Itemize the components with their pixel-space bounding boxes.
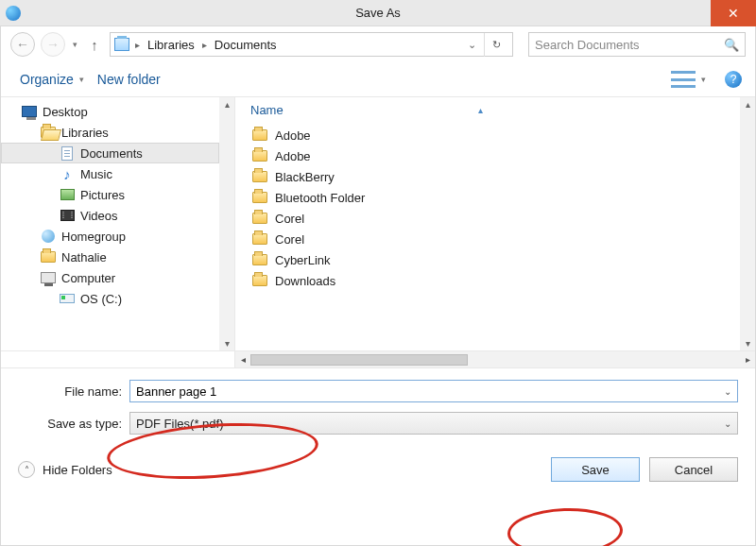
breadcrumb-libraries[interactable]: Libraries [146,38,197,52]
tree-desktop[interactable]: Desktop [1,101,234,122]
chevron-down-icon[interactable]: ⌄ [724,418,731,429]
videos-icon [60,208,75,223]
scroll-up-icon: ▴ [746,99,750,110]
help-icon: ? [730,73,737,86]
organize-menu[interactable]: Organize ▾ [14,69,92,90]
tree-libraries[interactable]: Libraries [1,122,234,143]
list-item-label: Adobe [275,128,311,143]
save-button[interactable]: Save [551,457,640,482]
search-placeholder: Search Documents [535,38,640,52]
column-label: Name [250,103,284,117]
scroll-right-icon: ▸ [740,351,755,367]
cancel-button[interactable]: Cancel [649,457,738,482]
tree-label: Libraries [61,126,109,140]
up-button[interactable]: ↑ [85,35,104,54]
folder-icon [252,231,267,247]
breadcrumb-documents[interactable]: Documents [213,38,279,52]
tree-scrollbar[interactable]: ▴▾ [219,97,234,350]
chevron-right-icon: ▸ [133,40,142,50]
list-item-label: Corel [275,212,304,226]
search-input[interactable]: Search Documents 🔍 [528,32,746,57]
list-item[interactable]: Corel [249,208,755,229]
list-item-label: Corel [275,232,304,247]
hscroll-area: ◂ ▸ [1,351,755,368]
tree-videos[interactable]: Videos [1,205,234,226]
organize-label: Organize [20,72,74,87]
savetype-combo[interactable]: PDF Files(*.pdf) ⌄ [129,412,738,435]
address-bar[interactable]: ▸ Libraries ▸ Documents ⌄ ↻ [110,32,513,57]
chevron-down-icon: ▾ [77,75,86,84]
list-item[interactable]: Adobe [249,145,755,166]
folder-icon [252,190,267,205]
list-item[interactable]: Bluetooth Folder [249,187,755,208]
filename-input[interactable]: Banner page 1 ⌄ [129,380,738,402]
tree-label: OS (C:) [80,292,122,306]
tree-drive-c[interactable]: OS (C:) [1,288,234,309]
file-list: Name ▴ AdobeAdobeBlackBerryBluetooth Fol… [235,97,755,350]
list-item[interactable]: Adobe [249,125,755,145]
list-item-label: Bluetooth Folder [275,191,365,205]
savetype-label: Save as type: [18,417,129,431]
list-item-label: CyberLink [275,253,331,267]
hide-folders-button[interactable]: ˄ Hide Folders [18,461,112,478]
folder-icon [252,273,267,288]
savetype-value: PDF Files(*.pdf) [136,417,223,431]
folder-icon [252,252,267,267]
help-button[interactable]: ? [725,71,742,88]
new-folder-button[interactable]: New folder [92,69,166,90]
refresh-button[interactable]: ↻ [484,33,508,57]
list-item[interactable]: Corel [249,229,755,249]
chevron-up-icon: ˄ [18,461,35,478]
chevron-down-icon[interactable]: ⌄ [724,386,731,397]
footer: ˄ Hide Folders Save Cancel [1,448,755,491]
tree-documents[interactable]: Documents [1,143,219,163]
tree-pictures[interactable]: Pictures [1,184,234,205]
chevron-down-icon[interactable]: ⌄ [468,39,476,51]
tree-label: Nathalie [61,250,107,264]
list-scrollbar[interactable]: ▴▾ [740,97,755,350]
tree-music[interactable]: ♪Music [1,163,234,184]
tree-label: Music [80,167,112,181]
scroll-down-icon: ▾ [225,338,230,349]
list-item[interactable]: Downloads [249,270,755,291]
scroll-up-icon: ▴ [225,99,230,110]
tree-homegroup[interactable]: Homegroup [1,226,234,247]
folder-icon [252,148,267,163]
tree-label: Videos [80,209,118,223]
scroll-left-icon: ◂ [235,351,250,367]
new-folder-label: New folder [97,72,161,87]
view-options[interactable]: ▾ [665,68,713,91]
nav-bar: ← → ▾ ↑ ▸ Libraries ▸ Documents ⌄ ↻ Sear… [1,26,755,62]
music-icon: ♪ [60,166,75,181]
list-item-label: Downloads [275,274,335,288]
back-button[interactable]: ← [10,32,35,57]
filename-label: File name: [18,384,129,399]
list-hscrollbar[interactable]: ◂ ▸ [235,351,755,367]
tree-label: Pictures [80,188,125,202]
arrow-right-icon: → [46,37,60,52]
hide-folders-label: Hide Folders [43,463,112,477]
chevron-down-icon: ▾ [699,75,708,84]
folder-icon [41,249,56,264]
library-icon [114,37,129,52]
tree-label: Computer [61,271,115,285]
scroll-thumb[interactable] [250,354,468,366]
nav-tree: Desktop Libraries Documents ♪Music Pictu… [1,97,235,350]
chevron-right-icon: ▸ [200,40,209,50]
libraries-icon [41,125,56,140]
tree-user[interactable]: Nathalie [1,247,234,267]
history-dropdown[interactable]: ▾ [71,40,79,49]
list-item[interactable]: BlackBerry [249,166,755,187]
scroll-down-icon: ▾ [746,338,750,349]
column-header-name[interactable]: Name ▴ [249,99,755,125]
list-item[interactable]: CyberLink [249,249,755,270]
panes: Desktop Libraries Documents ♪Music Pictu… [1,96,755,351]
forward-button[interactable]: → [41,32,65,57]
list-item-label: Adobe [275,149,311,163]
folder-icon [252,169,267,184]
search-icon: 🔍 [724,38,739,52]
pictures-icon [60,187,75,202]
drive-icon [60,291,75,306]
list-item-label: BlackBerry [275,170,335,184]
tree-computer[interactable]: Computer [1,267,234,288]
